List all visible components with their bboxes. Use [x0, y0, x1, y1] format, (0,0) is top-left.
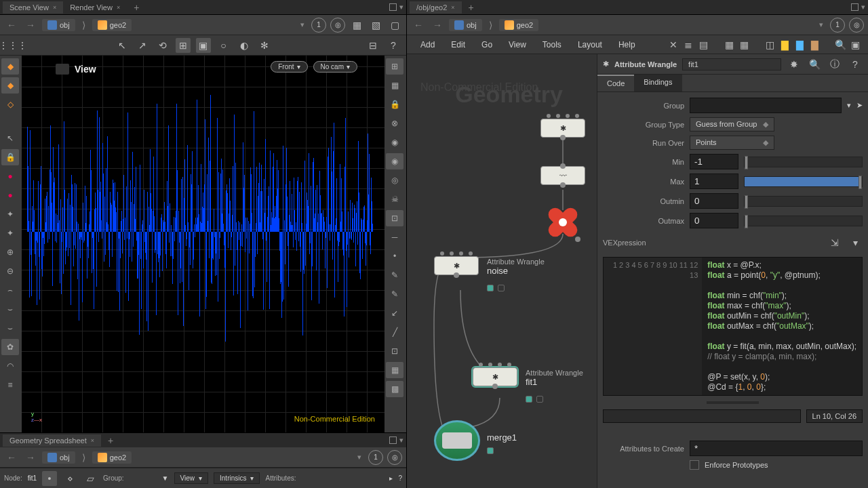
mt4[interactable]: ▦ [722, 37, 736, 52]
link-button[interactable]: ◎ [849, 18, 864, 33]
layout-tool[interactable]: ⊟ [366, 38, 380, 53]
select-tool[interactable]: ↖ [115, 38, 130, 53]
min-input[interactable] [690, 154, 738, 169]
filter-icon[interactable]: ▼ [162, 474, 169, 482]
lock-icon[interactable]: 🔒 [386, 96, 403, 113]
menu-help[interactable]: Help [610, 37, 644, 52]
rt16[interactable]: ⊡ [386, 343, 403, 359]
rotate-tool[interactable]: ⟲ [155, 38, 170, 53]
vt6[interactable]: ● [1, 187, 19, 203]
dropdown-icon[interactable]: ▾ [848, 235, 863, 250]
help-icon[interactable]: ? [848, 57, 863, 72]
path-dropdown[interactable]: ▾ [816, 20, 826, 29]
rt6[interactable]: ◉ [386, 153, 403, 169]
menu-layout[interactable]: Layout [570, 37, 610, 52]
forward-button[interactable]: → [23, 20, 38, 30]
prims-mode[interactable]: ▱ [83, 471, 98, 486]
node-grid[interactable]: ✱ [540, 119, 585, 138]
gear-icon[interactable]: ✸ [787, 57, 802, 72]
dropdown-icon[interactable]: ▾ [847, 101, 851, 110]
tab-network[interactable]: /obj/geo2× [410, 1, 462, 14]
vex-editor[interactable]: 1 2 3 4 5 6 7 8 9 10 11 12 13 float x = … [603, 257, 863, 396]
rt5[interactable]: ◉ [386, 134, 403, 150]
attrs-create-input[interactable] [690, 441, 863, 456]
intrinsics-dropdown[interactable]: Intrinsics▾ [214, 472, 260, 484]
rt10[interactable]: ─ [386, 229, 403, 245]
vt13[interactable]: ⌣ [1, 320, 19, 336]
add-tab[interactable]: + [104, 435, 117, 446]
menu-icon[interactable]: ▾ [399, 3, 403, 12]
pin-button[interactable]: 1 [311, 18, 326, 33]
outmin-input[interactable] [690, 193, 738, 209]
view-dropdown[interactable]: View▾ [174, 472, 209, 484]
node-merge[interactable]: merge1 [434, 420, 480, 461]
add-tab[interactable]: + [465, 2, 478, 13]
vt9[interactable]: ⊕ [1, 244, 19, 260]
path-obj[interactable]: obj [42, 19, 75, 31]
info-icon[interactable]: ⓘ [827, 57, 842, 72]
code-search[interactable] [603, 409, 801, 423]
enforce-checkbox[interactable] [690, 460, 699, 470]
vt15[interactable]: ◠ [1, 358, 19, 374]
user-tool[interactable]: ● [1, 168, 19, 184]
search-icon[interactable]: 🔍 [807, 57, 822, 72]
vt2[interactable]: ◆ [1, 77, 19, 94]
rt1[interactable]: ⊞ [386, 58, 403, 75]
menu-go[interactable]: Go [473, 37, 500, 52]
cursor-tool[interactable]: ↖ [1, 130, 19, 146]
param-name[interactable]: fit1 [682, 58, 781, 70]
tool-c[interactable]: ▢ [387, 18, 402, 33]
help-icon[interactable]: ? [398, 474, 402, 482]
outmax-slider[interactable] [744, 216, 863, 226]
vt11[interactable]: ⌢ [1, 282, 19, 298]
vt16[interactable]: ≡ [1, 377, 19, 393]
tab-code[interactable]: Code [597, 75, 634, 92]
path-geo[interactable]: geo2 [92, 19, 132, 31]
link-button[interactable]: ◎ [387, 450, 402, 465]
camera-icon[interactable]: ▣ [848, 37, 863, 52]
close-icon[interactable]: × [117, 4, 120, 11]
next-icon[interactable]: ▸ [389, 474, 393, 482]
runover-dropdown[interactable]: Points◆ [690, 136, 774, 150]
tool-b[interactable]: ▧ [368, 18, 383, 33]
network-editor[interactable]: Non-Commercial Edition Geometry ✱ 〰 [407, 54, 597, 488]
vt7[interactable]: ✦ [1, 206, 19, 222]
close-icon[interactable]: × [91, 437, 94, 444]
menu-edit[interactable]: Edit [443, 37, 473, 52]
verts-mode[interactable]: ⋄ [62, 471, 77, 486]
mt3[interactable]: ▤ [696, 37, 711, 52]
max-input[interactable] [690, 174, 738, 189]
pin-button[interactable]: 1 [368, 450, 383, 465]
path-obj[interactable]: obj [449, 19, 482, 31]
menu-icon[interactable]: ▾ [861, 3, 865, 12]
tab-bindings[interactable]: Bindings [634, 75, 682, 92]
outmax-input[interactable] [690, 213, 738, 228]
rt7[interactable]: ◎ [386, 172, 403, 188]
tab-render-view[interactable]: Render View× [63, 1, 127, 14]
note-icon[interactable]: ▇ [777, 37, 792, 52]
node-noise[interactable]: ✱ Attribute Wranglenoise [434, 256, 479, 275]
node-wave[interactable]: 〰 [540, 166, 585, 185]
vt12[interactable]: ⌣ [1, 301, 19, 317]
min-slider[interactable] [744, 157, 863, 167]
mt5[interactable]: ▦ [736, 37, 751, 52]
tab-geo-spread[interactable]: Geometry Spreadsheet× [3, 434, 101, 447]
group-input[interactable] [690, 98, 842, 113]
path-obj[interactable]: obj [42, 451, 75, 464]
outmin-slider[interactable] [744, 196, 863, 207]
tool-8[interactable]: ✻ [257, 38, 272, 53]
rt9[interactable]: ⊡ [386, 210, 403, 226]
max-slider[interactable] [744, 176, 863, 187]
node-fit1[interactable]: ✱ Attribute Wranglefit1 [473, 367, 517, 386]
expand-icon[interactable]: ⇲ [827, 235, 842, 250]
path-dropdown[interactable]: ▾ [298, 20, 307, 29]
menu-add[interactable]: Add [412, 37, 443, 52]
vt14[interactable]: ✿ [1, 339, 19, 355]
tool-6[interactable]: ○ [216, 38, 231, 53]
picker-icon[interactable]: ➤ [856, 101, 863, 110]
menu-tools[interactable]: Tools [534, 37, 570, 52]
close-icon[interactable]: × [53, 4, 56, 11]
rt2[interactable]: ▦ [386, 77, 403, 94]
rt15[interactable]: ╱ [386, 324, 403, 340]
points-mode[interactable]: • [42, 471, 57, 486]
